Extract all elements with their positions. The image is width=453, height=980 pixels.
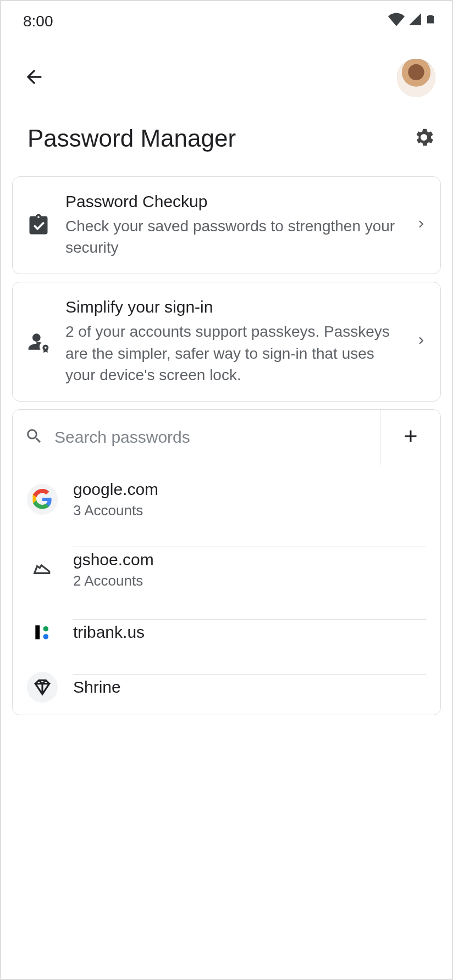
- password-site: Shrine: [73, 678, 426, 697]
- chevron-right-icon: [414, 217, 428, 233]
- shoe-icon: [27, 554, 58, 585]
- google-icon: [27, 484, 58, 515]
- settings-button[interactable]: [412, 126, 435, 151]
- status-bar: 8:00: [1, 1, 452, 37]
- status-icons: [388, 11, 435, 31]
- add-password-button[interactable]: [380, 410, 440, 465]
- password-item-shrine[interactable]: Shrine: [13, 660, 440, 715]
- password-site: google.com: [73, 480, 426, 499]
- card-subtitle: 2 of your accounts support passkeys. Pas…: [65, 321, 401, 386]
- wifi-icon: [388, 11, 405, 31]
- gear-icon: [412, 141, 435, 151]
- top-bar: [1, 37, 452, 114]
- password-item-tribank[interactable]: tribank.us: [13, 605, 440, 660]
- password-item-body: google.com 3 Accounts: [73, 477, 426, 522]
- clipboard-check-icon: [25, 213, 52, 237]
- title-row: Password Manager: [1, 114, 452, 169]
- search-box[interactable]: [13, 410, 380, 465]
- password-item-gshoe[interactable]: gshoe.com 2 Accounts: [13, 534, 440, 605]
- plus-icon: [401, 426, 421, 448]
- card-body: Password Checkup Check your saved passwo…: [65, 192, 401, 258]
- arrow-left-icon: [23, 80, 45, 90]
- card-title: Password Checkup: [65, 192, 401, 211]
- status-time: 8:00: [23, 13, 53, 30]
- card-subtitle: Check your saved passwords to strengthen…: [65, 215, 401, 258]
- svg-rect-0: [35, 625, 40, 639]
- battery-icon: [426, 11, 435, 31]
- search-input[interactable]: [54, 428, 368, 447]
- password-subtitle: 3 Accounts: [73, 502, 426, 519]
- password-item-body: Shrine: [73, 674, 426, 700]
- password-subtitle: 2 Accounts: [73, 572, 426, 589]
- cellular-icon: [408, 12, 422, 30]
- search-icon: [25, 427, 43, 448]
- chevron-right-icon: [414, 333, 428, 350]
- svg-point-2: [43, 634, 49, 639]
- password-item-body: tribank.us: [73, 619, 426, 645]
- account-avatar[interactable]: [397, 59, 435, 97]
- password-site: tribank.us: [73, 623, 426, 642]
- svg-point-1: [43, 626, 49, 632]
- back-button[interactable]: [23, 66, 45, 90]
- page-title: Password Manager: [27, 125, 236, 152]
- person-key-icon: [25, 330, 52, 354]
- password-checkup-card[interactable]: Password Checkup Check your saved passwo…: [12, 176, 441, 274]
- tribank-icon: [27, 617, 58, 648]
- diamond-icon: [27, 672, 58, 703]
- password-item-google[interactable]: google.com 3 Accounts: [13, 465, 440, 534]
- passkeys-card[interactable]: Simplify your sign-in 2 of your accounts…: [12, 282, 441, 402]
- card-body: Simplify your sign-in 2 of your accounts…: [65, 298, 401, 386]
- search-row: [13, 410, 440, 465]
- password-site: gshoe.com: [73, 550, 426, 569]
- card-title: Simplify your sign-in: [65, 298, 401, 316]
- password-item-body: gshoe.com 2 Accounts: [73, 547, 426, 593]
- password-list: google.com 3 Accounts gshoe.com 2 Accoun…: [12, 409, 441, 715]
